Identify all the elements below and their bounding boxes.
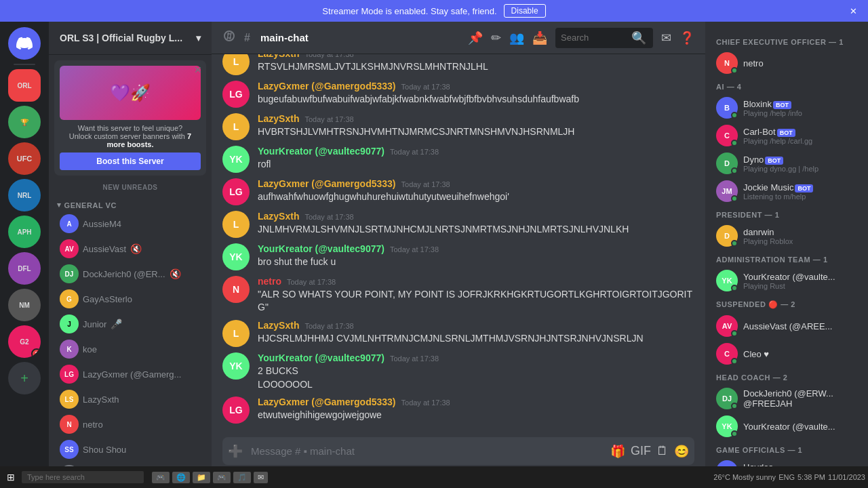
message-avatar: L bbox=[222, 113, 250, 140]
message-author[interactable]: LazyGxmer (@Gamergod5333) bbox=[258, 81, 396, 92]
channel-item-gayassterlo[interactable]: G GayAsSterlo bbox=[54, 287, 206, 311]
member-name: danrwin bbox=[743, 227, 793, 237]
channel-item-aussiema4[interactable]: A AussieM4 bbox=[54, 211, 206, 236]
member-status: Playing dyno.gg | /help bbox=[743, 165, 818, 173]
avatar-aussiema4: A bbox=[60, 214, 79, 233]
message-content: LazySxth Today at 17:38 RTSVLHJMRSMLJVTJ… bbox=[258, 54, 694, 73]
server-icon-a[interactable]: 🏆 bbox=[8, 106, 41, 138]
avatar-netro-ch: N bbox=[60, 415, 79, 434]
channel-item-junior[interactable]: J Junior 🎤 bbox=[54, 312, 206, 336]
add-message-icon[interactable]: ➕ bbox=[228, 444, 243, 459]
message-avatar: L bbox=[222, 211, 250, 238]
channel-item-dockjerich[interactable]: DJ DockJerich0 (@ER... 🔇 bbox=[54, 262, 206, 286]
member-info: netro bbox=[743, 58, 764, 68]
member-item[interactable]: YK YourKreator (@vaulte... bbox=[711, 413, 863, 440]
chevron-right-icon: ▾ bbox=[57, 201, 62, 209]
channel-item-netro[interactable]: N netro bbox=[54, 412, 206, 436]
message-timestamp: Today at 17:38 bbox=[401, 180, 450, 188]
member-name: AussieVast (@AREE... bbox=[743, 321, 832, 331]
channel-member-junior: Junior bbox=[83, 319, 106, 329]
message-author[interactable]: LazyGxmer (@Gamergod5333) bbox=[258, 178, 396, 189]
message-text: "ALR SO WHATS YOUR POINT, MY POINT IS JO… bbox=[258, 288, 694, 314]
help-icon[interactable]: ❓ bbox=[679, 30, 694, 45]
gif-icon[interactable]: GIF bbox=[631, 444, 651, 458]
disable-button[interactable]: Disable bbox=[504, 4, 546, 18]
members-icon[interactable]: 👥 bbox=[509, 30, 524, 45]
taskbar-search-input[interactable] bbox=[22, 471, 144, 483]
server-icon-ufc[interactable]: UFC bbox=[8, 142, 41, 175]
server-icon-g2[interactable]: G2 2 bbox=[8, 325, 41, 358]
message-avatar: LG bbox=[222, 81, 250, 108]
edit-icon[interactable]: ✏ bbox=[491, 30, 501, 45]
avatar-shoushou: SS bbox=[60, 440, 79, 459]
member-item[interactable]: DJ DockJerich0 (@ERW... @FREEJAH bbox=[711, 385, 863, 412]
member-avatar: DJ bbox=[716, 388, 738, 409]
message-author[interactable]: LazySxth bbox=[258, 113, 299, 124]
member-info: YourKreator (@vaulte... Playing Rust bbox=[743, 272, 835, 290]
pin-icon[interactable]: 📌 bbox=[468, 30, 483, 45]
message-author[interactable]: YourKreator (@vaultec9077) bbox=[258, 352, 384, 363]
member-item[interactable]: AV AussieVast (@AREE... bbox=[711, 312, 863, 340]
inbox-icon[interactable]: 📥 bbox=[532, 30, 547, 45]
message-input[interactable] bbox=[248, 437, 605, 465]
message-author[interactable]: YourKreator (@vaultec9077) bbox=[258, 243, 384, 254]
message-author[interactable]: LazySxth bbox=[258, 320, 299, 331]
message-author[interactable]: netro bbox=[258, 276, 281, 287]
taskbar-app-steam[interactable]: 🎮 bbox=[213, 472, 231, 483]
close-notification-icon[interactable]: ✕ bbox=[850, 6, 857, 16]
server-icon-orl[interactable]: ORL bbox=[8, 69, 41, 102]
discord-home-icon[interactable] bbox=[8, 27, 41, 60]
member-avatar: N bbox=[716, 52, 738, 74]
channel-item-aussievast[interactable]: AV AussieVast 🔇 bbox=[54, 237, 206, 261]
dm-icon[interactable]: ✉ bbox=[661, 30, 671, 45]
taskbar-app-browser[interactable]: 🌐 bbox=[172, 472, 190, 483]
message-header: LazySxth Today at 17:38 bbox=[258, 54, 694, 59]
server-icon-dfl[interactable]: DFL bbox=[8, 252, 41, 285]
boost-popup-close-icon[interactable]: ✕ bbox=[194, 64, 202, 75]
member-item[interactable]: B BloxinkBOT Playing /help /info bbox=[711, 94, 863, 121]
server-header[interactable]: ORL S3 | Official Rugby L... ▾ bbox=[49, 22, 212, 55]
message-row: LG LazyGxmer (@Gamergod5333) Today at 17… bbox=[212, 394, 705, 426]
message-content: LazyGxmer (@Gamergod5333) Today at 17:38… bbox=[258, 396, 694, 422]
channel-item-koe[interactable]: K koe bbox=[54, 337, 206, 361]
member-section-header: PRESIDENT — 1 bbox=[711, 205, 863, 222]
boost-server-button[interactable]: Boost this Server bbox=[60, 152, 201, 170]
member-item[interactable]: JM Jockie MusicBOT Listening to m/help bbox=[711, 178, 863, 205]
server-icon-nm[interactable]: NM bbox=[8, 289, 41, 321]
message-header: YourKreator (@vaultec9077) Today at 17:3… bbox=[258, 146, 694, 157]
voice-section-header[interactable]: ▾ General VC bbox=[54, 199, 206, 211]
taskbar-app-discord[interactable]: 🎮 bbox=[152, 472, 170, 483]
channel-item-shoushou[interactable]: SS Shou Shou bbox=[54, 437, 206, 462]
message-author[interactable]: LazySxth bbox=[258, 211, 299, 222]
member-item[interactable]: C Cleo ♥ bbox=[711, 340, 863, 367]
emoji-icon[interactable]: 😊 bbox=[674, 444, 689, 459]
message-text: RTSVLHJMRSMLJVTJLKSHMJNVRSLMHNTRNJLHL bbox=[258, 60, 694, 74]
start-button[interactable]: ⊞ bbox=[3, 470, 19, 484]
server-icon-aph[interactable]: APH bbox=[8, 216, 41, 248]
message-author[interactable]: LazyGxmer (@Gamergod5333) bbox=[258, 396, 396, 407]
taskbar-app-files[interactable]: 📁 bbox=[193, 472, 210, 483]
svg-text:#: # bbox=[244, 32, 250, 43]
message-header: netro Today at 17:38 bbox=[258, 276, 694, 287]
taskbar-app-mail[interactable]: ✉ bbox=[254, 472, 268, 483]
message-row: LG LazyGxmer (@Gamergod5333) Today at 17… bbox=[212, 176, 705, 208]
channel-item-lazygxmer[interactable]: LG LazyGxmer (@Gamerg... bbox=[54, 362, 206, 386]
search-input[interactable] bbox=[561, 33, 629, 43]
member-section-header: GAME OFFICIALS — 1 bbox=[711, 441, 863, 457]
channel-item-lazysxth[interactable]: LS LazySxth bbox=[54, 387, 206, 411]
sticker-icon[interactable]: 🗒 bbox=[656, 444, 669, 458]
search-box[interactable]: 🔍 bbox=[555, 28, 653, 48]
channel-sidebar: ORL S3 | Official Rugby L... ▾ ✕ 💜🚀 Want… bbox=[49, 22, 212, 488]
message-author[interactable]: LazySxth bbox=[258, 54, 299, 59]
member-item[interactable]: D danrwin Playing Roblox bbox=[711, 222, 863, 249]
message-author[interactable]: YourKreator (@vaultec9077) bbox=[258, 146, 384, 157]
taskbar-app-spotify[interactable]: 🎵 bbox=[233, 472, 251, 483]
member-name: DockJerich0 (@ERW... @FREEJAH bbox=[743, 388, 857, 409]
server-icon-new[interactable]: + bbox=[8, 362, 41, 394]
member-item[interactable]: D DynoBOT Playing dyno.gg | /help bbox=[711, 150, 863, 177]
member-item[interactable]: YK YourKreator (@vaulte... Playing Rust bbox=[711, 267, 863, 294]
gift-icon[interactable]: 🎁 bbox=[610, 444, 625, 459]
member-item[interactable]: C Carl-BotBOT Playing /help /carl.gg bbox=[711, 122, 863, 149]
server-icon-nrl[interactable]: NRL bbox=[8, 179, 41, 211]
member-item[interactable]: N netro bbox=[711, 49, 863, 77]
